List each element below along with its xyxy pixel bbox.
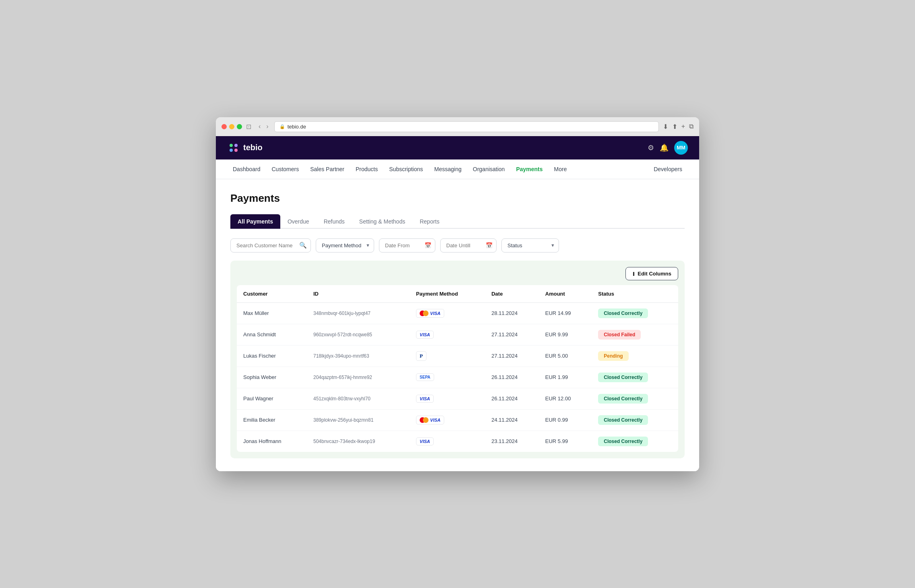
cell-id: 204qazptm-657ikj-hnmre92	[307, 366, 410, 388]
forward-button[interactable]: ›	[265, 122, 270, 131]
mastercard-icon	[420, 417, 429, 423]
sidebar-toggle-button[interactable]: ⊡	[246, 123, 251, 130]
nav-items: Dashboard Customers Sales Partner Produc…	[227, 159, 572, 179]
cell-date: 27.11.2024	[485, 324, 539, 345]
table-row[interactable]: Anna Schmidt 960zxwvpl-572rdt-ncqwe85 VI…	[237, 324, 678, 345]
col-payment-method: Payment Method	[410, 285, 485, 303]
nav-item-products[interactable]: Products	[350, 159, 383, 179]
maximize-window-button[interactable]	[237, 124, 242, 129]
col-amount: Amount	[539, 285, 592, 303]
nav-item-sales-partner[interactable]: Sales Partner	[304, 159, 350, 179]
tab-reports[interactable]: Reports	[412, 214, 447, 229]
edit-columns-label: Edit Columns	[638, 271, 671, 277]
payments-table: Customer ID Payment Method Date Amount S…	[237, 285, 678, 452]
cell-amount: EUR 5.00	[539, 345, 592, 366]
tab-all-payments[interactable]: All Payments	[230, 214, 280, 229]
cell-date: 26.11.2024	[485, 366, 539, 388]
edit-columns-button[interactable]: ⫿ Edit Columns	[625, 267, 678, 280]
nav-item-subscriptions[interactable]: Subscriptions	[383, 159, 429, 179]
table-area: ⫿ Edit Columns Customer ID Payment Metho…	[230, 261, 685, 458]
table-row[interactable]: Emilia Becker 389plokvw-256yui-bqzmn81 V…	[237, 409, 678, 431]
status-badge: Closed Correctly	[598, 437, 648, 446]
sepa-text: SEPA	[420, 375, 431, 379]
tabs-button[interactable]: ⧉	[689, 123, 693, 130]
close-window-button[interactable]	[222, 124, 227, 129]
new-tab-button[interactable]: +	[681, 123, 685, 130]
status-badge: Pending	[598, 351, 628, 361]
header-actions: ⚙ 🔔 MM	[648, 141, 688, 155]
cell-customer: Paul Wagner	[237, 388, 307, 409]
visa-text: VISA	[420, 332, 430, 337]
payment-method-badge: VISA	[416, 416, 444, 424]
download-button[interactable]: ⬇	[663, 123, 668, 130]
share-button[interactable]: ⬆	[672, 123, 677, 130]
cell-amount: EUR 12.00	[539, 388, 592, 409]
traffic-lights	[222, 124, 242, 129]
logo-icon	[227, 141, 240, 154]
nav-item-messaging[interactable]: Messaging	[429, 159, 467, 179]
minimize-window-button[interactable]	[229, 124, 234, 129]
svg-point-1	[234, 144, 238, 147]
tab-refunds[interactable]: Refunds	[317, 214, 352, 229]
nav-right: Developers	[648, 166, 688, 173]
payment-method-filter-wrap: Payment Method VISA Mastercard PayPal SE…	[316, 238, 374, 253]
cell-id: 348nmbvqr-601kju-lypqt47	[307, 302, 410, 324]
cell-status: Closed Correctly	[592, 409, 678, 431]
browser-chrome: ⊡ ‹ › 🔒 tebio.de ⬇ ⬆ + ⧉	[216, 117, 699, 136]
cell-customer: Anna Schmidt	[237, 324, 307, 345]
user-avatar[interactable]: MM	[674, 141, 688, 155]
cell-payment-method: VISA	[410, 388, 485, 409]
visa-text: VISA	[420, 439, 430, 444]
status-select[interactable]: Status Closed Correctly Closed Failed Pe…	[501, 238, 559, 253]
table-row[interactable]: Max Müller 348nmbvqr-601kju-lypqt47 VISA…	[237, 302, 678, 324]
cell-id: 504bnvcazr-734edx-lkwop19	[307, 431, 410, 452]
nav-item-dashboard[interactable]: Dashboard	[227, 159, 266, 179]
svg-point-3	[234, 149, 238, 152]
filters-row: 🔍 Payment Method VISA Mastercard PayPal …	[230, 238, 685, 253]
cell-id: 960zxwvpl-572rdt-ncqwe85	[307, 324, 410, 345]
app-header: tebio ⚙ 🔔 MM	[216, 136, 699, 159]
date-from-wrap: 📅	[379, 238, 435, 253]
cell-payment-method: VISA	[410, 324, 485, 345]
nav-item-organisation[interactable]: Organisation	[467, 159, 510, 179]
back-button[interactable]: ‹	[257, 122, 262, 131]
date-until-input[interactable]	[440, 238, 497, 253]
nav-item-payments[interactable]: Payments	[510, 159, 548, 179]
col-status: Status	[592, 285, 678, 303]
cell-amount: EUR 9.99	[539, 324, 592, 345]
status-badge: Closed Correctly	[598, 373, 648, 382]
status-badge: Closed Correctly	[598, 415, 648, 425]
status-badge: Closed Correctly	[598, 308, 648, 318]
table-row[interactable]: Paul Wagner 451zxqklm-803trw-vxyhl70 VIS…	[237, 388, 678, 409]
cell-amount: EUR 0.99	[539, 409, 592, 431]
cell-status: Closed Correctly	[592, 366, 678, 388]
browser-window: ⊡ ‹ › 🔒 tebio.de ⬇ ⬆ + ⧉ tebio	[216, 117, 699, 471]
payment-method-badge: SEPA	[416, 373, 434, 381]
col-date: Date	[485, 285, 539, 303]
payment-method-badge: VISA	[416, 309, 444, 318]
cell-amount: EUR 1.99	[539, 366, 592, 388]
date-from-input[interactable]	[379, 238, 435, 253]
cell-payment-method: VISA	[410, 409, 485, 431]
cell-date: 27.11.2024	[485, 345, 539, 366]
cell-customer: Jonas Hoffmann	[237, 431, 307, 452]
cell-status: Closed Failed	[592, 324, 678, 345]
cell-date: 23.11.2024	[485, 431, 539, 452]
table-row[interactable]: Jonas Hoffmann 504bnvcazr-734edx-lkwop19…	[237, 431, 678, 452]
payment-method-select[interactable]: Payment Method VISA Mastercard PayPal SE…	[316, 238, 374, 253]
nav-item-customers[interactable]: Customers	[266, 159, 305, 179]
cell-status: Closed Correctly	[592, 302, 678, 324]
cell-id: 451zxqklm-803trw-vxyhl70	[307, 388, 410, 409]
address-bar[interactable]: 🔒 tebio.de	[274, 121, 659, 132]
notifications-button[interactable]: 🔔	[660, 143, 669, 152]
tab-overdue[interactable]: Overdue	[280, 214, 317, 229]
nav-item-developers[interactable]: Developers	[648, 159, 688, 179]
nav-item-more[interactable]: More	[549, 159, 573, 179]
cell-customer: Sophia Weber	[237, 366, 307, 388]
settings-button[interactable]: ⚙	[648, 143, 654, 152]
search-input[interactable]	[230, 238, 311, 253]
mastercard-icon	[420, 311, 429, 316]
table-row[interactable]: Sophia Weber 204qazptm-657ikj-hnmre92 SE…	[237, 366, 678, 388]
table-row[interactable]: Lukas Fischer 718lkjdyx-394upo-mnrtf63 P…	[237, 345, 678, 366]
tab-setting-methods[interactable]: Setting & Methods	[352, 214, 412, 229]
